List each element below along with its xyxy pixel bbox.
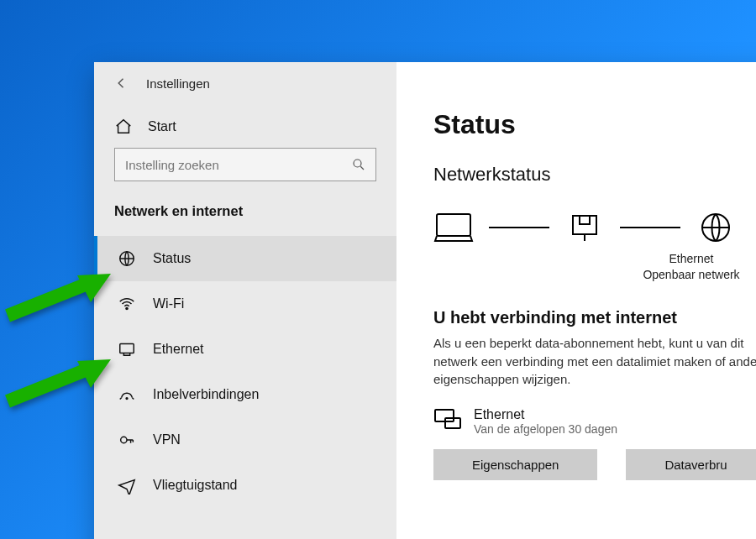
search-icon bbox=[351, 157, 366, 172]
dialup-icon bbox=[118, 385, 136, 404]
home-icon bbox=[114, 118, 133, 136]
nav-item-label: Inbelverbindingen bbox=[153, 387, 259, 402]
diagram-line bbox=[489, 227, 549, 228]
connection-headline: U hebt verbinding met internet bbox=[433, 308, 756, 327]
diagram-label-line1: Ethernet bbox=[533, 251, 756, 267]
ethernet-icon bbox=[118, 340, 136, 358]
nav-item-ethernet[interactable]: Ethernet bbox=[94, 327, 396, 372]
content: Status Netwerkstatus Ethernet Openbaar n… bbox=[396, 62, 756, 539]
nav-item-label: Status bbox=[153, 251, 191, 266]
network-diagram bbox=[433, 209, 756, 246]
diagram-pc bbox=[433, 209, 474, 246]
app-title: Instellingen bbox=[146, 76, 210, 91]
nav-item-vpn[interactable]: VPN bbox=[94, 417, 396, 463]
titlebar: Instellingen bbox=[94, 76, 396, 106]
router-icon bbox=[564, 209, 605, 246]
globe-icon bbox=[696, 209, 736, 246]
properties-button[interactable]: Eigenschappen bbox=[433, 449, 597, 480]
nav: Status Wi-Fi Ethernet Inbelverbindingen … bbox=[94, 233, 396, 508]
diagram-label-line2: Openbaar netwerk bbox=[533, 267, 756, 283]
button-row: Eigenschappen Dataverbru bbox=[433, 449, 756, 480]
nav-item-dialup[interactable]: Inbelverbindingen bbox=[94, 372, 396, 417]
svg-rect-3 bbox=[120, 344, 134, 353]
subsection-title: Netwerkstatus bbox=[433, 164, 756, 186]
svg-point-0 bbox=[354, 160, 361, 167]
wifi-icon bbox=[118, 295, 136, 313]
airplane-icon bbox=[118, 476, 136, 495]
network-name: Ethernet bbox=[474, 407, 617, 422]
nav-item-label: Vliegtuigstand bbox=[153, 478, 238, 493]
ethernet-icon bbox=[433, 407, 462, 431]
settings-window: Instellingen Start Netwerk en internet S… bbox=[94, 62, 756, 539]
svg-point-4 bbox=[126, 398, 128, 400]
nav-item-airplane[interactable]: Vliegtuigstand bbox=[94, 463, 396, 508]
diagram-globe bbox=[696, 209, 736, 246]
section-heading: Netwerk en internet bbox=[94, 198, 396, 233]
page-title: Status bbox=[433, 109, 756, 140]
nav-item-label: Wi-Fi bbox=[153, 296, 184, 311]
nav-item-label: VPN bbox=[153, 432, 181, 447]
nav-item-wifi[interactable]: Wi-Fi bbox=[94, 281, 396, 327]
connection-description: Als u een beperkt data-abonnement hebt, … bbox=[433, 334, 756, 389]
diagram-label: Ethernet Openbaar netwerk bbox=[533, 251, 756, 283]
nav-item-status[interactable]: Status bbox=[94, 236, 396, 281]
network-row: Ethernet Van de afgelopen 30 dagen bbox=[433, 407, 756, 436]
network-sub: Van de afgelopen 30 dagen bbox=[474, 422, 617, 436]
globe-icon bbox=[118, 249, 136, 268]
sidebar: Instellingen Start Netwerk en internet S… bbox=[94, 62, 396, 539]
home-label: Start bbox=[148, 119, 176, 134]
nav-item-label: Ethernet bbox=[153, 342, 203, 357]
svg-point-2 bbox=[126, 307, 128, 309]
home-row[interactable]: Start bbox=[94, 106, 396, 148]
back-icon[interactable] bbox=[114, 76, 129, 91]
search-wrap bbox=[94, 148, 396, 198]
search-input[interactable] bbox=[114, 148, 376, 181]
svg-rect-6 bbox=[437, 214, 470, 236]
data-usage-button[interactable]: Dataverbru bbox=[626, 449, 756, 480]
pc-icon bbox=[433, 209, 474, 246]
diagram-line bbox=[620, 227, 680, 228]
svg-point-5 bbox=[121, 437, 127, 442]
vpn-icon bbox=[118, 431, 136, 449]
diagram-router bbox=[564, 209, 605, 246]
